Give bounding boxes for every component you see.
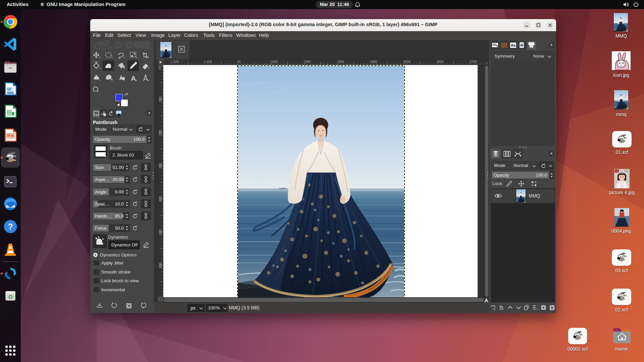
svg-text:300: 300 bbox=[338, 60, 344, 64]
svg-text:400: 400 bbox=[371, 60, 377, 64]
svg-text:600: 600 bbox=[159, 262, 162, 268]
svg-text:0: 0 bbox=[238, 60, 240, 64]
svg-text:-200: -200 bbox=[172, 60, 179, 64]
svg-text:700: 700 bbox=[471, 60, 477, 64]
svg-text:♻: ♻ bbox=[8, 294, 13, 300]
svg-text:100: 100 bbox=[159, 97, 162, 102]
svg-text:500: 500 bbox=[159, 229, 162, 235]
svg-text:200: 200 bbox=[305, 60, 311, 64]
svg-text:?: ? bbox=[8, 222, 13, 231]
svg-text:100: 100 bbox=[272, 60, 278, 64]
svg-text:200: 200 bbox=[159, 130, 162, 135]
svg-text:300: 300 bbox=[159, 163, 162, 169]
svg-text:0: 0 bbox=[159, 66, 161, 70]
svg-text:A: A bbox=[131, 74, 136, 82]
svg-text:600: 600 bbox=[438, 60, 444, 64]
svg-text:Aa: Aa bbox=[511, 43, 516, 47]
svg-text:500: 500 bbox=[405, 60, 411, 64]
svg-text:400: 400 bbox=[159, 196, 162, 202]
svg-text:-100: -100 bbox=[205, 60, 212, 64]
